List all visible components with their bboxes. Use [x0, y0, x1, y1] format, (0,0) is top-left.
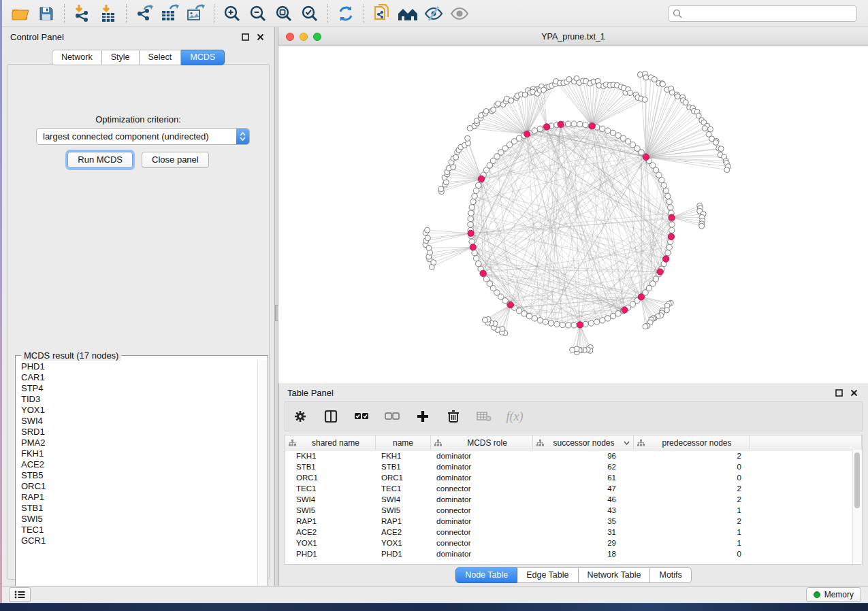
- column-header-name[interactable]: name: [376, 435, 431, 450]
- table-cell: 29: [533, 539, 634, 547]
- float-icon: [242, 33, 249, 41]
- hide-selected-button[interactable]: [421, 3, 447, 24]
- column-header-MCDS-role[interactable]: MCDS role: [431, 435, 533, 450]
- delete-column-button[interactable]: [445, 408, 462, 425]
- status-bar: Memory: [2, 586, 868, 603]
- criterion-dropdown[interactable]: largest connected component (undirected): [36, 128, 250, 145]
- tab-node-table[interactable]: Node Table: [455, 567, 517, 583]
- table-cell: PHD1: [285, 550, 376, 558]
- mcds-result-item[interactable]: YOX1: [21, 405, 257, 416]
- export-network-button[interactable]: [131, 3, 157, 24]
- mcds-result-item[interactable]: PHD1: [21, 361, 257, 372]
- eye-slash-icon: [423, 5, 444, 22]
- search-input[interactable]: [668, 5, 857, 22]
- mcds-result-item[interactable]: STB5: [21, 470, 257, 481]
- import-network-button[interactable]: [69, 3, 95, 24]
- mcds-result-item[interactable]: GCR1: [21, 535, 257, 546]
- tab-style[interactable]: Style: [102, 50, 140, 65]
- toolbar-separator: [64, 4, 65, 23]
- select-all-button[interactable]: [353, 408, 370, 425]
- mcds-result-list[interactable]: PHD1CAR1STP4TID3YOX1SWI4SRD1PMA2FKH1ACE2…: [16, 360, 257, 606]
- tab-mcds[interactable]: MCDS: [181, 50, 225, 65]
- memory-button[interactable]: Memory: [806, 587, 861, 602]
- table-row[interactable]: ACE2ACE2connector311: [285, 527, 862, 538]
- float-table-panel-button[interactable]: [833, 386, 845, 399]
- plus-icon: [417, 410, 429, 423]
- mcds-result-item[interactable]: RAP1: [21, 492, 257, 503]
- mcds-result-item[interactable]: SWI5: [21, 514, 257, 525]
- table-panel-header: Table Panel: [279, 383, 868, 402]
- table-row[interactable]: STB1STB1dominator620: [285, 461, 862, 472]
- table-cell: connector: [431, 539, 533, 547]
- table-cell: ORC1: [376, 474, 431, 482]
- table-row[interactable]: TEC1TEC1connector472: [285, 483, 862, 494]
- close-table-panel-button[interactable]: [848, 386, 860, 399]
- mcds-list-scrollbar[interactable]: [257, 360, 267, 606]
- tab-edge-table[interactable]: Edge Table: [517, 567, 578, 583]
- table-row[interactable]: ORC1ORC1dominator610: [285, 472, 862, 483]
- table-scrollbar-thumb[interactable]: [854, 452, 860, 508]
- table-cell: FKH1: [285, 452, 376, 460]
- mcds-result-item[interactable]: PMA2: [21, 437, 257, 448]
- delete-table-button[interactable]: [476, 408, 492, 425]
- table-settings-button[interactable]: [292, 408, 308, 425]
- table-row[interactable]: SWI5SWI5connector431: [285, 505, 862, 516]
- column-header-successor-nodes[interactable]: successor nodes: [533, 435, 634, 450]
- export-image-button[interactable]: [183, 3, 209, 24]
- save-session-button[interactable]: [33, 3, 59, 24]
- column-header-shared-name[interactable]: shared name: [285, 435, 376, 450]
- tab-network-table[interactable]: Network Table: [579, 567, 651, 583]
- zoom-out-button[interactable]: [245, 3, 271, 24]
- function-builder-button[interactable]: f(x): [507, 408, 523, 425]
- mcds-result-item[interactable]: ACE2: [21, 459, 257, 470]
- zoom-fit-button[interactable]: [271, 3, 297, 24]
- mcds-result-item[interactable]: STP4: [21, 383, 257, 394]
- network-canvas[interactable]: [278, 46, 868, 384]
- table-cell: dominator: [431, 495, 533, 503]
- close-panel-button[interactable]: [254, 31, 266, 43]
- tab-network[interactable]: Network: [52, 50, 102, 65]
- mcds-result-item[interactable]: CAR1: [21, 372, 257, 383]
- search-icon: [673, 9, 682, 18]
- mcds-result-item[interactable]: TEC1: [21, 525, 257, 535]
- toolbar-search: [668, 5, 857, 22]
- zoom-in-button[interactable]: [219, 3, 245, 24]
- table-row[interactable]: SWI4SWI4dominator462: [285, 494, 862, 505]
- table-row[interactable]: YOX1YOX1connector291: [285, 538, 862, 548]
- refresh-icon: [337, 5, 355, 22]
- home-button[interactable]: [395, 3, 421, 24]
- task-history-button[interactable]: [9, 587, 31, 602]
- export-table-button[interactable]: [157, 3, 183, 24]
- table-cell: STB1: [285, 463, 376, 471]
- clone-network-button[interactable]: [369, 3, 395, 24]
- open-file-button[interactable]: [7, 3, 33, 24]
- mcds-result-item[interactable]: SRD1: [21, 427, 257, 437]
- show-eye-button[interactable]: [447, 3, 472, 24]
- zoom-selected-button[interactable]: [297, 3, 323, 24]
- float-panel-button[interactable]: [239, 31, 251, 43]
- save-icon: [38, 5, 54, 22]
- mcds-result-item[interactable]: ORC1: [21, 481, 257, 492]
- import-table-button[interactable]: [95, 3, 121, 24]
- run-mcds-button[interactable]: Run MCDS: [67, 152, 133, 168]
- table-cell: 2: [634, 495, 750, 503]
- network-graph[interactable]: [278, 46, 868, 384]
- table-row[interactable]: PHD1PHD1dominator180: [285, 548, 862, 559]
- show-columns-button[interactable]: [323, 408, 339, 425]
- table-row[interactable]: RAP1RAP1dominator352: [285, 516, 862, 527]
- column-header-predecessor-nodes[interactable]: predecessor nodes: [634, 435, 750, 450]
- mcds-result-item[interactable]: SWI4: [21, 416, 257, 427]
- main-toolbar: [2, 0, 868, 27]
- deselect-all-button[interactable]: [384, 408, 400, 425]
- table-row[interactable]: FKH1FKH1dominator962: [285, 450, 862, 461]
- refresh-layout-button[interactable]: [333, 3, 359, 24]
- mcds-result-item[interactable]: TID3: [21, 394, 257, 405]
- close-panel-action-button[interactable]: Close panel: [142, 152, 209, 168]
- table-scrollbar[interactable]: [852, 450, 862, 564]
- mcds-result-item[interactable]: STB1: [21, 503, 257, 514]
- tab-select[interactable]: Select: [140, 50, 182, 65]
- mcds-result-item[interactable]: FKH1: [21, 448, 257, 459]
- tab-motifs[interactable]: Motifs: [650, 567, 691, 583]
- network-window-titlebar[interactable]: YPA_prune.txt_1: [278, 27, 868, 46]
- add-column-button[interactable]: [415, 408, 431, 425]
